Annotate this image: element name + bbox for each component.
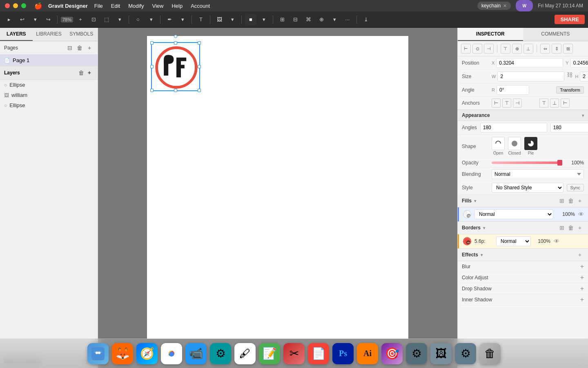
- anchor-middle-btn[interactable]: ⊥: [550, 99, 559, 108]
- border-color-swatch[interactable]: ✏: [463, 237, 471, 245]
- effects-add-btn[interactable]: +: [576, 251, 584, 259]
- menu-file[interactable]: File: [94, 3, 103, 9]
- pen-tool[interactable]: ✒: [164, 14, 175, 25]
- select-tool[interactable]: ▸: [3, 14, 15, 25]
- align-bottom-btn[interactable]: ⊥: [523, 44, 533, 54]
- align-center-v-btn[interactable]: ⊕: [512, 44, 522, 54]
- redo-button[interactable]: ↪: [42, 14, 54, 25]
- undo-dropdown[interactable]: ▾: [29, 14, 41, 25]
- dock-illustrator[interactable]: Ai: [357, 343, 378, 364]
- maximize-button[interactable]: [21, 3, 26, 8]
- dock-affinity[interactable]: ✂: [283, 343, 305, 364]
- add-tab-button[interactable]: W: [516, 0, 533, 11]
- dock-finder[interactable]: [87, 343, 109, 364]
- dock-inkscape[interactable]: 🖋: [234, 343, 256, 364]
- image-dropdown[interactable]: ▾: [227, 14, 238, 25]
- distribute-extra-btn[interactable]: ⊞: [563, 44, 573, 54]
- dock-arduino[interactable]: ⚙: [210, 343, 231, 364]
- fills-settings-btn[interactable]: ⊞: [558, 197, 566, 205]
- anchor-center-btn[interactable]: ⊤: [502, 99, 511, 108]
- dock-acrobat[interactable]: 📄: [308, 343, 329, 364]
- borders-delete-btn[interactable]: 🗑: [567, 224, 575, 232]
- fills-delete-btn[interactable]: 🗑: [567, 197, 575, 205]
- layer-item-ellipse-2[interactable]: ○ Ellipse: [0, 100, 98, 110]
- shape-dropdown[interactable]: ▾: [145, 14, 157, 25]
- anchor-right-btn[interactable]: ⊣: [513, 99, 522, 108]
- tool-dropdown[interactable]: ▾: [114, 14, 125, 25]
- align-tool[interactable]: ⊞: [276, 14, 288, 25]
- x-input[interactable]: [496, 58, 563, 68]
- align-center-h-btn[interactable]: ⊙: [472, 44, 482, 54]
- opacity-slider[interactable]: [492, 162, 562, 164]
- border-visibility-btn[interactable]: 👁: [554, 238, 559, 245]
- rotate-handle[interactable]: [174, 35, 177, 38]
- share-button[interactable]: SHARE: [555, 15, 585, 24]
- menu-edit[interactable]: Edit: [111, 3, 120, 9]
- dock-firefox[interactable]: 🦊: [112, 343, 133, 364]
- menu-help[interactable]: Help: [172, 3, 183, 9]
- angle1-input[interactable]: [480, 123, 547, 132]
- boolean-dropdown[interactable]: ▾: [329, 14, 340, 25]
- path-tool[interactable]: ⌘: [303, 14, 314, 25]
- y-input[interactable]: [570, 58, 588, 68]
- link-proportions-icon[interactable]: ⛓: [567, 72, 572, 81]
- drop-shadow-add-btn[interactable]: +: [580, 285, 584, 292]
- dock-safari[interactable]: 🧭: [136, 343, 158, 364]
- delete-layer-btn[interactable]: 🗑: [77, 69, 85, 77]
- page-toggle-btn[interactable]: ⊟: [66, 44, 74, 52]
- style-select[interactable]: No Shared Style: [492, 183, 564, 193]
- zoom-level[interactable]: 78%: [61, 17, 73, 22]
- page-item[interactable]: 📄 Page 1: [0, 55, 98, 66]
- distribute-tool[interactable]: ⊟: [290, 14, 301, 25]
- inner-shadow-row[interactable]: Inner Shadow +: [458, 294, 588, 305]
- color-tool[interactable]: ■: [245, 14, 256, 25]
- blur-add-btn[interactable]: +: [580, 263, 584, 270]
- dock-affinity-photo[interactable]: 🎯: [381, 343, 403, 364]
- drop-shadow-row[interactable]: Drop Shadow +: [458, 283, 588, 294]
- tab-inspector[interactable]: INSPECTOR: [458, 28, 523, 41]
- export-tool[interactable]: ⤓: [360, 14, 372, 25]
- undo-button[interactable]: ↩: [16, 14, 28, 25]
- selected-element[interactable]: [151, 42, 200, 91]
- fit-page[interactable]: ⊡: [88, 14, 99, 25]
- angle2-input[interactable]: [550, 123, 588, 132]
- zoom-in[interactable]: +: [75, 14, 86, 25]
- fills-title[interactable]: Fills ▾: [462, 198, 558, 204]
- fill-color-swatch[interactable]: ✏: [463, 210, 471, 218]
- color-adjust-row[interactable]: Color Adjust +: [458, 272, 588, 283]
- border-blend-select[interactable]: Normal: [496, 236, 531, 246]
- borders-title[interactable]: Borders ▾: [462, 225, 558, 231]
- boolean-tool[interactable]: ⊕: [316, 14, 327, 25]
- more-tools[interactable]: ···: [342, 14, 353, 25]
- align-right-btn[interactable]: ⊣: [484, 44, 494, 54]
- tab-layers[interactable]: LAYERS: [0, 28, 33, 41]
- dock-chrome[interactable]: [161, 343, 182, 364]
- pen-dropdown[interactable]: ▾: [177, 14, 188, 25]
- minimize-button[interactable]: [13, 3, 18, 8]
- dock-zoom[interactable]: 📹: [185, 343, 207, 364]
- transform-button[interactable]: Transform: [556, 86, 584, 94]
- tool-select[interactable]: ⬚: [101, 14, 112, 25]
- borders-settings-btn[interactable]: ⊞: [558, 224, 566, 232]
- shape-closed[interactable]: Closed: [508, 137, 521, 155]
- page-add-btn[interactable]: +: [85, 44, 94, 52]
- dock-system[interactable]: ⚙: [406, 343, 427, 364]
- distribute-v-btn[interactable]: ⇕: [552, 44, 561, 54]
- tab-libraries[interactable]: LIBRARIES: [33, 28, 65, 41]
- h-input[interactable]: [580, 72, 588, 81]
- color-dropdown[interactable]: ▾: [258, 14, 270, 25]
- tab-close-icon[interactable]: ✕: [503, 3, 507, 9]
- menu-view[interactable]: View: [152, 3, 163, 9]
- canvas[interactable]: [98, 28, 457, 368]
- sync-button[interactable]: Sync: [567, 184, 584, 191]
- anchor-bottom-btn[interactable]: ⊢: [561, 99, 570, 108]
- blur-row[interactable]: Blur +: [458, 261, 588, 272]
- distribute-h-btn[interactable]: ⇔: [540, 44, 550, 54]
- document-tab[interactable]: keychain ✕: [477, 2, 511, 10]
- layer-item-ellipse-1[interactable]: ○ Ellipse: [0, 80, 98, 90]
- align-top-btn[interactable]: ⊤: [501, 44, 510, 54]
- opacity-thumb[interactable]: [557, 160, 562, 166]
- r-input[interactable]: [497, 85, 529, 95]
- dock-photoshop[interactable]: Ps: [332, 343, 354, 364]
- blending-select[interactable]: Normal: [492, 169, 584, 179]
